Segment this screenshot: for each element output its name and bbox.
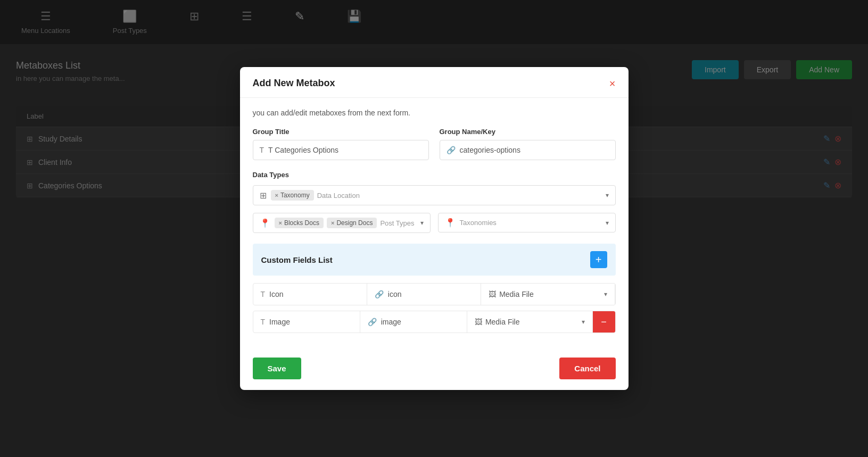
modal-close-button[interactable]: × xyxy=(609,78,616,89)
box-icon: ⊞ xyxy=(260,190,267,201)
blocks-docs-tag: × Blocks Docs xyxy=(275,218,324,228)
field-type-arrow: ▾ xyxy=(604,290,607,298)
text-icon: T xyxy=(260,146,264,154)
taxonomy-tag-label: Taxonomy xyxy=(280,192,310,199)
field-key-cell-2: 🔗 image xyxy=(360,311,467,333)
blocks-docs-remove[interactable]: × xyxy=(279,220,282,226)
field-type-text: Media File xyxy=(499,290,600,298)
field-key-text-2: image xyxy=(381,318,401,326)
modal-body: you can add/edit metaboxes from the next… xyxy=(240,98,629,349)
field-type-media-icon: 🖼 xyxy=(489,290,496,298)
modal-title: Add New Metabox xyxy=(253,78,335,89)
post-types-arrow: ▾ xyxy=(420,219,424,227)
data-location-select[interactable]: ⊞ × Taxonomy Data Location ▾ xyxy=(253,185,616,205)
remove-field-button[interactable]: − xyxy=(593,311,615,333)
group-name-label: Group Name/Key xyxy=(440,128,616,136)
group-name-field: Group Name/Key 🔗 categories-options xyxy=(440,128,616,160)
field-row-image: T Image 🔗 image 🖼 Media File ▾ − xyxy=(253,311,616,333)
taxonomies-tags-inner: Taxonomies xyxy=(460,219,601,227)
field-type-cell[interactable]: 🖼 Media File ▾ xyxy=(481,284,615,305)
field-type-text-2: Media File xyxy=(485,318,578,326)
post-types-select[interactable]: 📍 × Blocks Docs × Design Docs Post Types xyxy=(253,213,431,233)
field-key-text: icon xyxy=(388,290,402,298)
add-field-button[interactable]: + xyxy=(590,251,607,268)
field-key-link-icon-2: 🔗 xyxy=(368,318,377,326)
group-title-value: T Categories Options xyxy=(268,146,338,154)
field-label-cell: T Icon xyxy=(253,284,367,305)
field-label-text-icon: T xyxy=(261,290,266,298)
field-label-cell-2: T Image xyxy=(253,311,360,333)
field-label-text-icon-2: T xyxy=(261,318,266,326)
taxonomies-placeholder: Taxonomies xyxy=(460,219,497,227)
taxonomies-arrow: ▾ xyxy=(606,219,609,227)
field-row-icon: T Icon 🔗 icon 🖼 Media File ▾ xyxy=(253,283,616,305)
custom-fields-title: Custom Fields List xyxy=(261,255,333,264)
data-types-label: Data Types xyxy=(253,171,616,179)
group-title-input[interactable]: T T Categories Options xyxy=(253,140,429,160)
modal-header: Add New Metabox × xyxy=(240,67,629,98)
group-title-field: Group Title T T Categories Options xyxy=(253,128,429,160)
link-icon: 🔗 xyxy=(447,146,456,154)
taxonomy-tag-remove[interactable]: × xyxy=(275,192,278,198)
taxonomy-tag: × Taxonomy xyxy=(271,190,314,201)
post-types-placeholder: Post Types xyxy=(380,219,414,227)
post-types-select-wrapper: 📍 × Blocks Docs × Design Docs Post Types xyxy=(253,213,431,233)
design-docs-remove[interactable]: × xyxy=(331,220,334,226)
data-types-section: Data Types ⊞ × Taxonomy Data Location ▾ xyxy=(253,171,616,205)
field-type-arrow-2: ▾ xyxy=(582,318,585,326)
modal-footer: Save Cancel xyxy=(240,349,629,390)
location-pin-icon: 📍 xyxy=(260,218,270,228)
field-type-media-icon-2: 🖼 xyxy=(475,318,482,326)
custom-fields-header: Custom Fields List + xyxy=(253,244,616,276)
tag-select-inner: × Taxonomy Data Location xyxy=(271,190,601,201)
save-button[interactable]: Save xyxy=(253,358,301,379)
data-types-row2: 📍 × Blocks Docs × Design Docs Post Types xyxy=(253,213,616,233)
taxonomies-icon: 📍 xyxy=(445,218,456,228)
post-types-tags-inner: × Blocks Docs × Design Docs Post Types xyxy=(275,218,416,228)
modal-subtitle: you can add/edit metaboxes from the next… xyxy=(253,109,616,117)
design-docs-label: Design Docs xyxy=(336,219,373,227)
field-type-cell-2[interactable]: 🖼 Media File ▾ xyxy=(467,311,593,333)
modal-overlay: Add New Metabox × you can add/edit metab… xyxy=(0,0,868,457)
field-label-text-2: Image xyxy=(269,318,290,326)
design-docs-tag: × Design Docs xyxy=(327,218,377,228)
field-label-text: Icon xyxy=(269,290,283,298)
group-name-value: categories-options xyxy=(460,146,520,154)
group-name-input[interactable]: 🔗 categories-options xyxy=(440,140,616,160)
taxonomies-select-wrapper: 📍 Taxonomies ▾ xyxy=(438,213,616,233)
field-key-link-icon: 🔗 xyxy=(375,290,384,298)
blocks-docs-label: Blocks Docs xyxy=(284,219,319,227)
group-fields-row: Group Title T T Categories Options Group… xyxy=(253,128,616,160)
select-arrow-icon: ▾ xyxy=(606,192,609,199)
add-metabox-modal: Add New Metabox × you can add/edit metab… xyxy=(240,67,629,390)
cancel-button[interactable]: Cancel xyxy=(559,358,615,379)
group-title-label: Group Title xyxy=(253,128,429,136)
field-key-cell: 🔗 icon xyxy=(367,284,481,305)
taxonomies-select[interactable]: 📍 Taxonomies ▾ xyxy=(438,213,616,232)
data-location-placeholder: Data Location xyxy=(317,192,360,200)
